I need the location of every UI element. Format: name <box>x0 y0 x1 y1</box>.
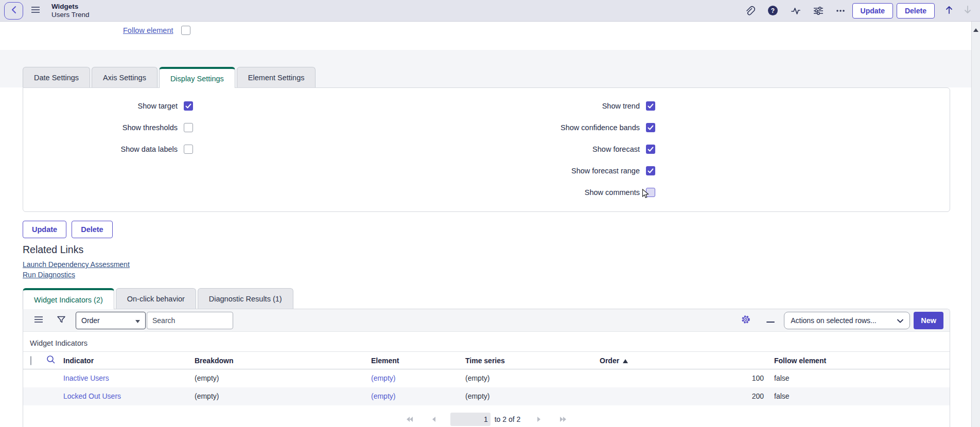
app-header: Widgets Users Trend ? Update Delete <box>0 0 980 22</box>
field-show-comments: Show comments <box>485 182 655 203</box>
field-show-trend: Show trend <box>485 95 655 117</box>
follow-element-cell: false <box>767 387 950 405</box>
help-icon[interactable]: ? <box>767 5 778 16</box>
list-settings-button[interactable] <box>741 314 751 326</box>
field-show-confidence-bands: Show confidence bands <box>485 117 655 138</box>
more-icon[interactable] <box>836 9 845 12</box>
order-cell: 100 <box>589 369 767 387</box>
tab-label: Element Settings <box>248 74 305 82</box>
filter-button[interactable] <box>57 315 66 326</box>
checkmark-icon <box>185 103 191 109</box>
cursor-icon <box>642 189 649 200</box>
actions-select-value: Actions on selected rows... <box>791 316 877 325</box>
element-link[interactable]: (empty) <box>371 374 395 382</box>
widget-indicators-table: Indicator Breakdown Element Time series … <box>23 351 950 405</box>
column-header-breakdown[interactable]: Breakdown <box>191 352 368 369</box>
show-trend-checkbox[interactable] <box>646 101 655 111</box>
tab-label: Date Settings <box>34 74 79 82</box>
pagination-next-icon[interactable] <box>536 416 542 422</box>
tab-display-settings[interactable]: Display Settings <box>159 67 235 88</box>
show-data-labels-checkbox[interactable] <box>184 145 193 154</box>
time-series-cell: (empty) <box>462 369 589 387</box>
search-icon[interactable] <box>46 358 56 366</box>
update-button[interactable]: Update <box>852 3 893 19</box>
page-scrollbar[interactable] <box>971 22 980 427</box>
field-show-target: Show target <box>23 95 193 117</box>
search-input[interactable] <box>147 312 233 329</box>
current-page-input[interactable] <box>450 413 491 426</box>
follow-element-checkbox[interactable] <box>181 26 190 35</box>
tab-diagnostic-results[interactable]: Diagnostic Results (1) <box>198 288 293 309</box>
breakdown-cell: (empty) <box>191 387 368 405</box>
list-caption: Widget Indicators <box>23 332 950 351</box>
show-target-checkbox[interactable] <box>184 101 193 111</box>
show-forecast-range-checkbox[interactable] <box>646 166 655 175</box>
delete-button[interactable]: Delete <box>897 3 935 19</box>
gear-icon <box>741 314 751 326</box>
tab-label: Display Settings <box>170 75 224 83</box>
show-comments-checkbox[interactable] <box>646 188 655 197</box>
minimize-icon <box>766 316 775 325</box>
pagination-first-icon[interactable] <box>406 416 413 422</box>
element-link[interactable]: (empty) <box>371 392 395 400</box>
next-record-button[interactable] <box>964 5 972 16</box>
tab-axis-settings[interactable]: Axis Settings <box>92 67 157 87</box>
menu-button[interactable] <box>31 6 40 15</box>
checkmark-icon <box>647 168 654 173</box>
field-label: Show target <box>138 102 178 110</box>
back-button[interactable] <box>4 2 23 20</box>
page: Widgets Users Trend ? Update Delete <box>0 0 980 427</box>
field-label: Show trend <box>602 102 640 110</box>
follow-element-field: Follow element <box>123 26 190 35</box>
previous-record-button[interactable] <box>945 5 953 16</box>
form-update-button[interactable]: Update <box>23 221 66 238</box>
column-header-order[interactable]: Order <box>589 352 767 369</box>
form-delete-button[interactable]: Delete <box>72 221 113 238</box>
column-header-time-series[interactable]: Time series <box>462 352 589 369</box>
sliders-icon[interactable] <box>813 7 824 15</box>
select-all-checkbox[interactable] <box>30 356 31 365</box>
related-link-dependency-assessment[interactable]: Launch Dependency Assessment <box>23 260 130 269</box>
page-title: Widgets <box>51 3 90 11</box>
menu-icon <box>31 6 40 15</box>
field-show-data-labels: Show data labels <box>23 138 193 160</box>
actions-on-rows-select[interactable]: Actions on selected rows... <box>784 312 910 329</box>
indicator-link[interactable]: Locked Out Users <box>63 392 121 400</box>
tab-element-settings[interactable]: Element Settings <box>237 67 316 87</box>
scrollbar-up-arrow-icon[interactable] <box>973 28 978 32</box>
pulse-icon[interactable] <box>791 6 801 15</box>
widget-indicators-panel: Order Actions on selected rows... <box>23 309 950 427</box>
table-row[interactable]: Inactive Users (empty) (empty) (empty) 1… <box>23 369 950 387</box>
show-thresholds-checkbox[interactable] <box>184 123 193 132</box>
table-header-row: Indicator Breakdown Element Time series … <box>23 352 950 369</box>
tab-on-click-behavior[interactable]: On-click behavior <box>116 288 196 309</box>
related-links-title: Related Links <box>23 244 83 256</box>
table-row[interactable]: Locked Out Users (empty) (empty) (empty)… <box>23 387 950 405</box>
search-column-select[interactable]: Order <box>76 312 146 329</box>
search-column-value: Order <box>81 316 100 325</box>
field-label: Show comments <box>585 188 640 197</box>
column-header-follow-element[interactable]: Follow element <box>767 352 950 369</box>
column-header-indicator[interactable]: Indicator <box>60 352 191 369</box>
field-label: Show confidence bands <box>561 123 640 132</box>
pagination-prev-icon[interactable] <box>431 416 437 422</box>
pagination-last-icon[interactable] <box>559 416 567 422</box>
show-confidence-bands-checkbox[interactable] <box>646 123 655 132</box>
indicator-link[interactable]: Inactive Users <box>63 374 109 382</box>
new-button[interactable]: New <box>914 312 943 329</box>
checkmark-icon <box>647 125 654 130</box>
svg-text:?: ? <box>771 7 774 14</box>
field-label: Show forecast range <box>571 167 640 175</box>
sort-ascending-icon <box>623 357 628 365</box>
tab-date-settings[interactable]: Date Settings <box>23 67 90 87</box>
tab-widget-indicators[interactable]: Widget Indicators (2) <box>23 288 114 309</box>
display-settings-panel: Show target Show thresholds Show data la… <box>23 87 950 212</box>
show-forecast-checkbox[interactable] <box>646 145 655 154</box>
column-header-element[interactable]: Element <box>368 352 462 369</box>
related-link-run-diagnostics[interactable]: Run Diagnostics <box>23 270 130 279</box>
list-menu-button[interactable] <box>34 316 43 325</box>
minimize-list-button[interactable] <box>766 316 775 325</box>
follow-element-link[interactable]: Follow element <box>123 26 173 34</box>
paperclip-icon[interactable] <box>745 6 755 16</box>
checkbox-column-right: Show trend Show confidence bands Show fo… <box>485 95 655 203</box>
